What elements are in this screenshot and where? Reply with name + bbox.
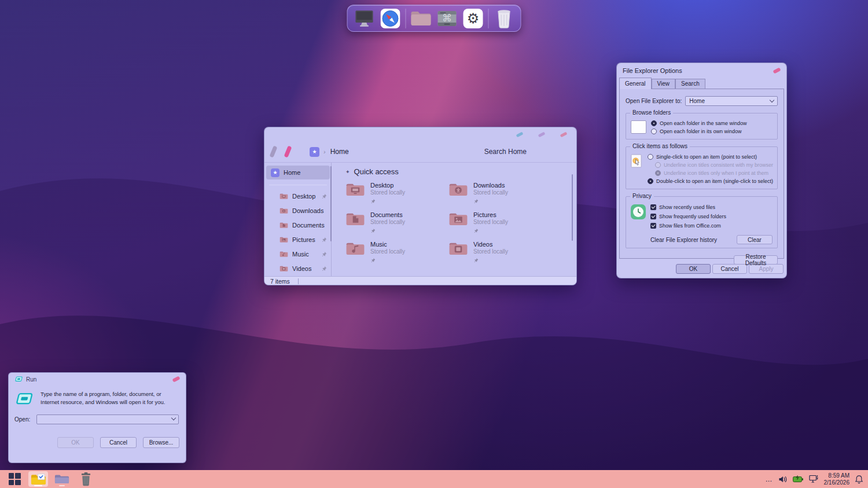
tray-overflow-icon[interactable]: …: [766, 475, 773, 483]
clear-history-label: Clear File Explorer history: [650, 237, 717, 243]
settings-tile: ⚙: [464, 9, 483, 28]
radio-label: Open each folder in the same window: [660, 120, 747, 126]
dock-folder-icon[interactable]: [410, 8, 432, 30]
pin-icon: [321, 237, 327, 243]
group-title: Privacy: [630, 193, 654, 199]
section-title[interactable]: Quick access: [354, 167, 399, 176]
open-to-dropdown[interactable]: Home: [685, 96, 778, 106]
taskbar-file-explorer-button[interactable]: [28, 471, 48, 487]
music-folder-icon: [345, 241, 365, 256]
checkbox-label: Show frequently used folders: [659, 214, 726, 219]
sidebar-item-music[interactable]: Music: [264, 247, 332, 261]
pin-icon: [321, 266, 327, 271]
videos-folder-icon: [279, 265, 288, 272]
dock-settings-icon[interactable]: ⚙: [462, 8, 484, 30]
radio-own-window[interactable]: Open each folder in its own window: [651, 127, 773, 135]
tile-downloads[interactable]: Downloads Stored locally: [448, 182, 551, 206]
back-button[interactable]: [270, 145, 278, 157]
tab-view[interactable]: View: [652, 79, 676, 89]
tile-name: Desktop: [370, 182, 405, 189]
running-indicator: [34, 485, 42, 486]
maximize-button[interactable]: [538, 131, 546, 137]
ok-button[interactable]: OK: [57, 437, 94, 448]
sidebar-item-videos[interactable]: Videos: [264, 261, 332, 276]
dock-harddrive-icon[interactable]: ⌘: [436, 8, 458, 30]
pin-icon: [321, 193, 327, 199]
tile-pictures[interactable]: Pictures Stored locally: [448, 211, 551, 236]
open-input[interactable]: [36, 414, 179, 424]
taskbar-clock[interactable]: 8:59 AM 2/16/2026: [824, 472, 850, 486]
network-icon[interactable]: [809, 475, 819, 483]
radio-icon: [648, 178, 653, 184]
clear-button[interactable]: Clear: [737, 235, 773, 244]
radio-label: Underline icon titles only when I point …: [664, 170, 768, 176]
explorer-titlebar[interactable]: [264, 127, 576, 141]
sidebar-item-desktop[interactable]: Desktop: [264, 189, 332, 203]
folder-icon: [411, 10, 432, 27]
checkbox-frequent-folders[interactable]: Show frequently used folders: [650, 212, 773, 221]
checkbox-icon: [650, 223, 656, 229]
taskbar-folder-button[interactable]: [52, 471, 72, 487]
dock-display-icon[interactable]: [354, 8, 376, 30]
checkbox-label: Show recently used files: [659, 204, 715, 210]
folder-icon: [54, 474, 69, 485]
dock-safari-icon[interactable]: [380, 8, 402, 30]
items-count: 7 items: [270, 278, 290, 285]
close-button[interactable]: [172, 376, 180, 382]
sidebar-item-home[interactable]: ★ Home: [266, 166, 330, 179]
dialog-title: File Explorer Options: [623, 67, 682, 74]
pictures-folder-icon: [279, 236, 288, 243]
pin-icon: [370, 258, 376, 263]
tile-name: Videos: [473, 241, 508, 248]
sidebar-item-label: Music: [292, 251, 309, 258]
tab-search[interactable]: Search: [675, 79, 705, 89]
sparkle-icon: ✦: [345, 169, 350, 175]
checkbox-office-files[interactable]: Show files from Office.com: [650, 221, 773, 230]
dialog-titlebar[interactable]: Run: [9, 373, 186, 386]
breadcrumb[interactable]: Home: [330, 148, 349, 156]
sidebar-item-documents[interactable]: Documents: [264, 218, 332, 232]
radio-icon: [651, 120, 657, 126]
radio-single-click[interactable]: Single-click to open an item (point to s…: [648, 153, 773, 161]
sidebar-item-pictures[interactable]: Pictures: [264, 232, 332, 247]
tile-music[interactable]: Music Stored locally: [345, 241, 448, 265]
dock-trash-icon[interactable]: [493, 8, 515, 30]
content-scrollbar[interactable]: [572, 174, 573, 241]
battery-icon[interactable]: [793, 475, 804, 483]
tile-name: Music: [370, 241, 405, 248]
clock-time: 8:59 AM: [824, 472, 850, 479]
cancel-button[interactable]: Cancel: [100, 437, 137, 448]
forward-button[interactable]: [284, 145, 292, 157]
restore-defaults-button[interactable]: Restore Defaults: [734, 255, 778, 265]
start-button[interactable]: [5, 471, 24, 487]
checkbox-icon: [650, 214, 656, 219]
minimize-button[interactable]: [516, 131, 524, 137]
sidebar-item-downloads[interactable]: Downloads: [264, 203, 332, 218]
taskbar-trash-button[interactable]: [76, 471, 95, 487]
click-document-icon: [631, 154, 643, 168]
tile-videos[interactable]: Videos Stored locally: [448, 241, 551, 265]
search-box[interactable]: Search Home: [484, 148, 527, 156]
tab-general[interactable]: General: [619, 78, 652, 89]
open-label: Open:: [14, 416, 30, 423]
radio-double-click[interactable]: Double-click to open an item (single-cli…: [648, 177, 773, 185]
run-icon: [14, 392, 33, 407]
radio-label: Single-click to open an item (point to s…: [656, 154, 757, 160]
tile-subtitle: Stored locally: [370, 189, 405, 196]
dialog-titlebar[interactable]: File Explorer Options: [617, 63, 786, 78]
volume-icon[interactable]: [778, 475, 788, 483]
trash-icon: [80, 472, 92, 486]
radio-underline-consistent: Underline icon titles consistent with my…: [655, 161, 773, 169]
sidebar-item-label: Pictures: [292, 236, 315, 243]
browse-button[interactable]: Browse...: [143, 437, 179, 448]
tile-desktop[interactable]: Desktop Stored locally: [345, 182, 448, 206]
open-to-label: Open File Explorer to:: [626, 98, 682, 104]
checkbox-recent-files[interactable]: Show recently used files: [650, 203, 773, 212]
close-button[interactable]: [560, 131, 568, 137]
notifications-bell-icon[interactable]: [855, 475, 863, 484]
home-breadcrumb-icon[interactable]: ★: [310, 147, 319, 157]
tile-documents[interactable]: Documents Stored locally: [345, 211, 448, 236]
ok-button[interactable]: OK: [676, 264, 711, 274]
radio-same-window[interactable]: Open each folder in the same window: [651, 119, 773, 127]
close-button[interactable]: [773, 67, 781, 74]
